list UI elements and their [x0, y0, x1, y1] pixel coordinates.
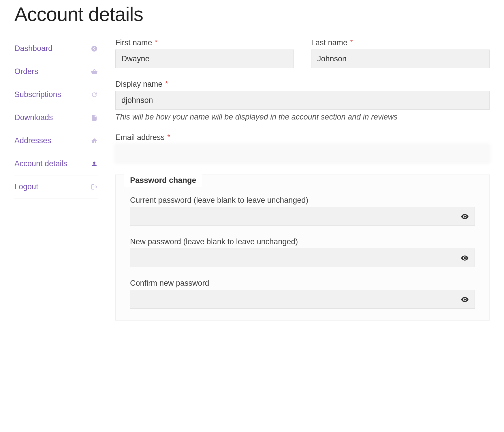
sidebar-item-dashboard[interactable]: Dashboard [14, 37, 98, 60]
eye-icon[interactable] [460, 212, 469, 221]
refresh-icon [91, 91, 98, 98]
page-title: Account details [14, 3, 490, 25]
sidebar-item-label: Addresses [14, 136, 51, 145]
label-text: Display name [115, 80, 163, 88]
first-name-label: First name * [115, 38, 294, 47]
new-password-input[interactable] [130, 249, 475, 267]
home-icon [91, 137, 98, 145]
confirm-password-label: Confirm new password [130, 279, 475, 288]
dashboard-icon [91, 45, 98, 52]
confirm-password-field-group: Confirm new password [130, 279, 475, 309]
display-name-help-text: This will be how your name will be displ… [115, 113, 490, 122]
label-text: Email address [115, 133, 165, 142]
sidebar-item-subscriptions[interactable]: Subscriptions [14, 83, 98, 106]
required-marker: * [168, 133, 170, 141]
new-password-label: New password (leave blank to leave uncha… [130, 237, 475, 246]
basket-icon [91, 68, 98, 75]
sidebar-item-label: Subscriptions [14, 90, 61, 99]
current-password-field-group: Current password (leave blank to leave u… [130, 196, 475, 226]
confirm-password-input[interactable] [130, 290, 475, 309]
display-name-field-group: Display name * This will be how your nam… [115, 80, 490, 122]
file-icon [91, 114, 98, 122]
password-section-legend: Password change [124, 174, 202, 187]
email-field-group: Email address * [115, 133, 490, 163]
sidebar-item-label: Account details [14, 159, 67, 168]
email-label: Email address * [115, 133, 490, 142]
last-name-input[interactable] [311, 50, 490, 68]
sidebar-nav: Dashboard Orders Subscriptions Downloads… [14, 37, 98, 321]
email-input[interactable] [115, 144, 490, 163]
required-marker: * [165, 80, 168, 88]
sidebar-item-downloads[interactable]: Downloads [14, 106, 98, 129]
required-marker: * [350, 38, 353, 46]
eye-icon[interactable] [460, 254, 469, 262]
new-password-field-group: New password (leave blank to leave uncha… [130, 237, 475, 267]
last-name-label: Last name * [311, 38, 490, 47]
sidebar-item-label: Orders [14, 67, 38, 76]
display-name-label: Display name * [115, 80, 490, 89]
password-change-section: Password change Current password (leave … [115, 175, 490, 321]
sidebar-item-logout[interactable]: Logout [14, 175, 98, 198]
sidebar-item-orders[interactable]: Orders [14, 60, 98, 83]
display-name-input[interactable] [115, 91, 490, 110]
current-password-label: Current password (leave blank to leave u… [130, 196, 475, 205]
eye-icon[interactable] [460, 295, 469, 304]
last-name-field-group: Last name * [311, 38, 490, 68]
user-icon [91, 160, 98, 168]
signout-icon [91, 183, 98, 191]
sidebar-item-label: Logout [14, 182, 38, 191]
required-marker: * [155, 38, 157, 46]
current-password-input[interactable] [130, 207, 475, 226]
first-name-field-group: First name * [115, 38, 294, 68]
label-text: First name [115, 38, 152, 47]
first-name-input[interactable] [115, 50, 294, 68]
sidebar-item-addresses[interactable]: Addresses [14, 129, 98, 152]
sidebar-item-label: Dashboard [14, 44, 52, 53]
label-text: Last name [311, 38, 347, 47]
main-content: First name * Last name * Display name * [115, 37, 490, 321]
sidebar-item-account-details[interactable]: Account details [14, 152, 98, 175]
sidebar-item-label: Downloads [14, 113, 53, 122]
